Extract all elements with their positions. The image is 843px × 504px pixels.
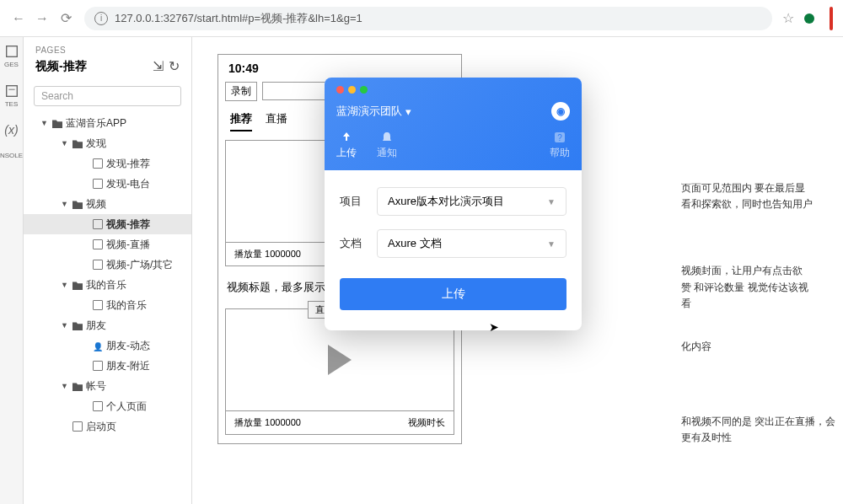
pages-sidebar: PAGES 视频-推荐 ⇲ ↻ Search ▼蓝湖音乐APP▼发现发现-推荐发… [24, 37, 192, 504]
page-icon [93, 158, 103, 169]
upload-button[interactable]: 上传 [340, 278, 566, 310]
tree-item[interactable]: ▼朋友 [24, 315, 191, 335]
team-selector[interactable]: 蓝湖演示团队 ▾ [336, 104, 411, 119]
status-bar: 10:49 [218, 55, 461, 78]
project-label: 项目 [340, 194, 367, 209]
bookmark-icon[interactable]: ☆ [782, 10, 794, 26]
folder-icon [72, 280, 83, 290]
person-icon [93, 340, 103, 351]
project-select[interactable]: Axure版本对比演示项目 ▼ [377, 187, 566, 216]
tree-item[interactable]: ▼我的音乐 [24, 275, 191, 295]
tree-item[interactable]: 发现-推荐 [24, 153, 191, 174]
folder-icon [72, 320, 83, 330]
reload-button[interactable]: ⟳ [57, 10, 74, 27]
tree-item[interactable]: 启动页 [24, 416, 191, 437]
rail-notes[interactable]: TES [4, 83, 19, 108]
lanhu-logo-icon: ◉ [551, 102, 570, 121]
upload-dialog: 蓝湖演示团队 ▾ ◉ 上传 通知 ? 帮助 项目 Axure版本对比演示项目 [325, 78, 582, 330]
forward-button[interactable]: → [34, 10, 51, 27]
page-icon [93, 401, 103, 411]
maximize-icon[interactable] [360, 86, 368, 94]
bell-icon [380, 131, 394, 144]
folder-icon [52, 118, 62, 128]
search-input[interactable]: Search [34, 86, 181, 106]
folder-icon [72, 199, 83, 209]
tab-help[interactable]: ? 帮助 [550, 131, 570, 160]
record-button[interactable]: 录制 [225, 82, 257, 101]
left-rail: GES TES (x) NSOLE [0, 37, 24, 504]
close-icon[interactable] [336, 86, 344, 94]
tab-notify[interactable]: 通知 [377, 131, 397, 160]
refresh-icon[interactable]: ↻ [169, 58, 180, 74]
extension-icon[interactable] [830, 7, 833, 30]
duration: 视频时长 [408, 416, 445, 429]
back-button[interactable]: ← [10, 10, 27, 27]
tab-upload[interactable]: 上传 [336, 131, 357, 160]
page-icon [93, 219, 103, 229]
play-count-2: 播放量 1000000 [234, 416, 301, 429]
page-icon [93, 300, 103, 310]
chevron-down-icon: ▼ [547, 197, 556, 206]
tree-item[interactable]: 我的音乐 [24, 295, 191, 315]
page-icon [93, 239, 103, 249]
site-info-icon[interactable]: i [94, 12, 108, 25]
play-count: 播放量 1000000 [234, 248, 301, 260]
doc-label: 文档 [340, 236, 367, 251]
tree-item[interactable]: 视频-直播 [24, 234, 191, 255]
svg-rect-0 [6, 46, 17, 57]
tree-item[interactable]: 朋友-动态 [24, 335, 191, 356]
url-text: 127.0.0.1:32767/start.html#p=视频-推荐&lh=1&… [115, 11, 362, 26]
folder-icon [72, 381, 83, 391]
tab-live[interactable]: 直播 [266, 111, 287, 131]
tree-item[interactable]: 发现-电台 [24, 174, 191, 194]
mouse-cursor: ➤ [489, 320, 499, 334]
folder-icon [72, 138, 83, 148]
svg-text:?: ? [557, 133, 562, 142]
pages-label: PAGES [35, 46, 180, 55]
page-tree: ▼蓝湖音乐APP▼发现发现-推荐发现-电台▼视频视频-推荐视频-直播视频-广场/… [24, 113, 191, 504]
page-icon [93, 361, 103, 371]
profile-icon[interactable] [804, 13, 814, 24]
rail-pages[interactable]: GES [4, 44, 19, 68]
share-icon[interactable]: ⇲ [153, 58, 164, 74]
page-title: 视频-推荐 [35, 59, 87, 74]
minimize-icon[interactable] [348, 86, 356, 94]
tree-item[interactable]: 个人页面 [24, 396, 191, 416]
rail-console[interactable]: NSOLE [0, 152, 23, 159]
page-icon [93, 179, 103, 189]
page-icon [93, 260, 103, 270]
page-icon [72, 421, 83, 432]
chevron-down-icon: ▾ [405, 105, 411, 118]
window-controls [336, 86, 570, 94]
tree-item[interactable]: ▼帐号 [24, 376, 191, 396]
annotations: 页面可见范围内 要在最后显 看和探索欲，同时也告知用户 视频封面，让用户有点击欲… [681, 180, 843, 474]
tree-item[interactable]: ▼发现 [24, 133, 191, 153]
play-icon [328, 345, 352, 375]
help-icon: ? [553, 131, 566, 144]
svg-rect-1 [6, 86, 17, 97]
tree-item[interactable]: 视频-广场/其它 [24, 255, 191, 275]
tree-item[interactable]: ▼视频 [24, 194, 191, 214]
tree-item[interactable]: 视频-推荐 [24, 214, 191, 234]
tree-item[interactable]: ▼蓝湖音乐APP [24, 113, 191, 133]
upload-icon [340, 131, 353, 144]
doc-select[interactable]: Axure 文档 ▼ [377, 229, 566, 258]
chevron-down-icon: ▼ [547, 239, 556, 249]
browser-toolbar: ← → ⟳ i 127.0.0.1:32767/start.html#p=视频-… [0, 0, 843, 37]
tab-recommend[interactable]: 推荐 [230, 111, 252, 131]
address-bar[interactable]: i 127.0.0.1:32767/start.html#p=视频-推荐&lh=… [84, 7, 772, 30]
tree-item[interactable]: 朋友-附近 [24, 356, 191, 376]
rail-vars[interactable]: (x) [4, 123, 18, 137]
